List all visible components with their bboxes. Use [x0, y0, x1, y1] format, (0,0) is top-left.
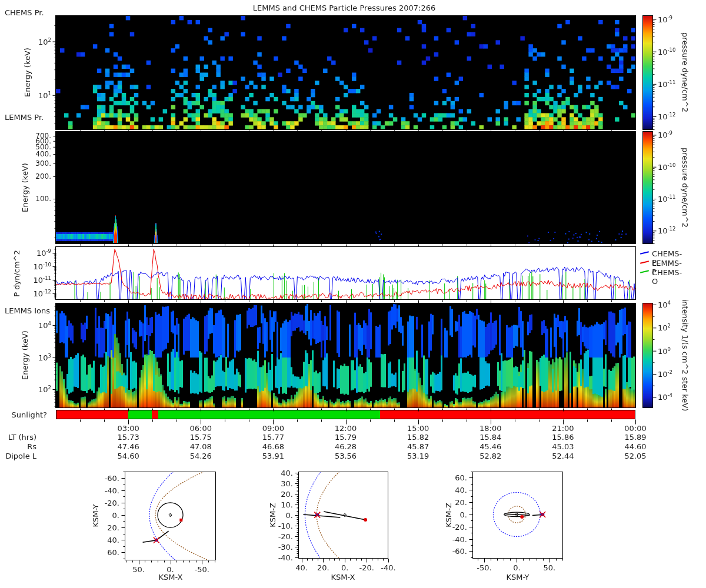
ephemeris-value: 15.73 [118, 433, 139, 441]
orbit-tick-label: -40. [105, 486, 119, 494]
axis-label-energy-1: Energy (keV) [23, 48, 32, 97]
orbit-tick-label: -60. [452, 547, 467, 555]
energy-tick-label: 103 [38, 353, 51, 361]
ephemeris-row-label-lt: LT (hrs) [8, 433, 36, 441]
orbit-tick-label: -20. [105, 499, 119, 506]
orbit-tick-label: 50. [132, 566, 145, 573]
energy-tick-label: 104 [38, 321, 51, 329]
colorbar-tick-label: 10-9 [658, 15, 672, 23]
orbit-tick-label: -20. [278, 533, 293, 540]
time-tick-label: 09:00 [262, 425, 284, 432]
orbit-tick-label: 0. [341, 564, 348, 572]
orbit-tick-label: -30. [278, 543, 293, 551]
orbit-tick-label: 10. [281, 500, 293, 508]
ephemeris-value: 44.60 [624, 443, 646, 450]
orbit-tick-label: 0. [286, 512, 293, 519]
ephemeris-row-label-rs: Rs [27, 443, 36, 450]
panel-label-chems-pr: CHEMS Pr. [5, 9, 44, 16]
ephemeris-value: 54.26 [190, 452, 212, 460]
orbit-b-ylabel: KSM-Z [268, 503, 277, 527]
axis-label-energy-2: Energy (keV) [21, 163, 29, 212]
energy-tick-label: 102 [38, 37, 51, 45]
orbit-tick-label: -40. [381, 564, 395, 572]
colorbar-tick-label: 10-10 [658, 47, 675, 55]
ephemeris-value: 47.08 [190, 443, 212, 450]
time-tick-label: 03:00 [117, 425, 139, 432]
ephemeris-value: 52.82 [479, 452, 501, 460]
colorbar-tick-label: 10-11 [658, 195, 675, 203]
colorbar-tick-label: 10-4 [658, 393, 672, 401]
ephemeris-value: 54.60 [118, 452, 139, 460]
orbit-tick-label: 20. [317, 564, 329, 572]
legend-label-chems-o: CHEMS-O [652, 268, 682, 286]
energy-tick-label: 101 [38, 91, 51, 99]
orbit-a-ylabel: KSM-Y [91, 504, 100, 527]
orbit-tick-label: 30. [281, 479, 293, 487]
ephemeris-value: 15.75 [190, 433, 212, 441]
time-tick-label: 00:00 [624, 425, 646, 432]
panel-label-lemms-ions: LEMMS Ions [5, 307, 50, 315]
pressure-tick-label: 10-11 [34, 276, 51, 284]
orbit-tick-label: 40. [107, 536, 119, 544]
orbit-tick-label: -10. [278, 522, 293, 530]
orbit-tick-label: 60. [107, 549, 119, 556]
orbit-tick-label: 20. [107, 524, 119, 532]
colorbar-tick-label: 10-2 [658, 370, 672, 378]
ephemeris-value: 15.89 [624, 433, 646, 441]
energy-tick-label: 100. [35, 195, 51, 202]
orbit-tick-label: 60. [455, 474, 467, 482]
panel-label-lemms-pr: LEMMS Pr. [5, 113, 44, 121]
orbit-tick-label: -40. [452, 535, 467, 543]
orbit-tick-label: 40. [281, 469, 293, 476]
orbit-tick-label: 50. [543, 564, 555, 572]
ephemeris-value: 45.03 [552, 443, 574, 450]
energy-tick-label: 500. [35, 143, 51, 151]
ephemeris-value: 46.28 [335, 443, 357, 450]
energy-tick-label: 300. [35, 160, 51, 167]
orbit-tick-label: 0. [112, 511, 119, 519]
orbit-c-xlabel: KSM-Y [506, 573, 529, 581]
colorbar-tick-label: 100 [658, 346, 671, 355]
orbit-tick-label: -20. [452, 523, 467, 530]
axis-label-pdyn: P dyn/cm^2 [12, 250, 21, 297]
orbit-tick-label: 0. [513, 564, 520, 572]
orbit-tick-label: 0. [166, 566, 174, 573]
orbit-tick-label: 0. [460, 510, 467, 518]
orbit-tick-label: 20. [281, 490, 293, 497]
colorbar-label-pressure-2: pressure dyne/cm^2 [681, 148, 690, 228]
ephemeris-value: 47.46 [118, 443, 139, 450]
time-tick-label: 18:00 [479, 425, 501, 432]
orbit-tick-label: 40. [295, 564, 308, 572]
ephemeris-value: 53.91 [262, 452, 284, 460]
colorbar-tick-label: 10-10 [658, 163, 675, 171]
orbit-tick-label: -40. [278, 554, 293, 562]
time-tick-label: 15:00 [407, 425, 429, 432]
ephemeris-value: 15.77 [262, 433, 284, 441]
colorbar-tick-label: 10-9 [658, 131, 672, 139]
colorbar-tick-label: 104 [658, 300, 671, 309]
time-tick-label: 21:00 [552, 425, 574, 432]
orbit-tick-label: 40. [455, 486, 467, 494]
energy-tick-label: 400. [35, 151, 51, 158]
ephemeris-value: 52.05 [624, 452, 646, 460]
ephemeris-value: 15.82 [407, 433, 429, 441]
colorbar-label-pressure-1: pressure dyne/cm^2 [681, 32, 690, 112]
colorbar-tick-label: 102 [658, 323, 671, 332]
orbit-tick-label: -50. [477, 564, 491, 572]
axis-label-energy-4: Energy (keV) [21, 330, 29, 380]
orbit-tick-label: -60. [105, 474, 119, 482]
ephemeris-value: 52.44 [552, 452, 574, 460]
page-title: LEMMS and CHEMS Particle Pressures 2007:… [253, 4, 435, 12]
orbit-a-xlabel: KSM-X [159, 573, 183, 581]
ephemeris-value: 53.19 [407, 452, 429, 460]
orbit-tick-label: 20. [455, 499, 467, 506]
ephemeris-value: 15.84 [479, 433, 501, 441]
ephemeris-value: 15.79 [335, 433, 357, 441]
time-tick-label: 12:00 [335, 425, 357, 432]
pressure-tick-label: 10-12 [34, 289, 51, 298]
time-tick-label: 06:00 [190, 425, 212, 432]
colorbar-label-intensity: intensity 1/(s cm^2 ster keV) [681, 299, 690, 412]
pressure-tick-label: 10-10 [34, 262, 51, 270]
ephemeris-value: 15.86 [552, 433, 574, 441]
ephemeris-row-label-dipole: Dipole L [5, 452, 36, 460]
